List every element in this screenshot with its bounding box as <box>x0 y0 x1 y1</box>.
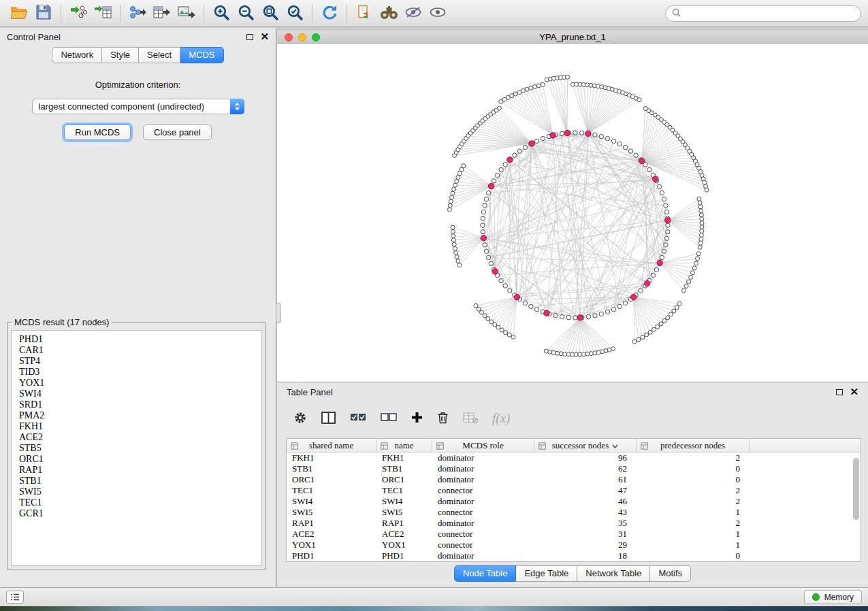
save-session-button[interactable] <box>31 3 56 24</box>
tab-network-table[interactable]: Network Table <box>577 565 650 582</box>
select-all-columns-button[interactable] <box>350 413 366 424</box>
node-table-row[interactable]: PHD1PHD1dominator180 <box>287 550 861 561</box>
node-table-row[interactable]: ACE2ACE2connector311 <box>287 529 861 540</box>
table-settings-button[interactable] <box>293 411 307 427</box>
function-builder-button[interactable]: f(x) <box>492 411 510 426</box>
zoom-selected-button[interactable] <box>283 3 307 24</box>
cell-mcds-role: dominator <box>432 474 534 485</box>
find-button[interactable] <box>376 3 401 24</box>
zoom-out-button[interactable] <box>234 3 258 24</box>
cell-successor-nodes: 31 <box>534 529 637 540</box>
tab-motifs[interactable]: Motifs <box>650 565 691 582</box>
column-header-name[interactable]: name <box>376 439 432 452</box>
unselect-all-columns-button[interactable] <box>381 413 397 424</box>
network-graph[interactable] <box>277 44 868 382</box>
node-table-row[interactable]: RAP1RAP1dominator352 <box>287 518 861 529</box>
tab-edge-table[interactable]: Edge Table <box>516 565 577 582</box>
search-field[interactable] <box>665 5 861 22</box>
cell-predecessor-nodes: 0 <box>637 550 750 561</box>
close-window-button[interactable] <box>285 33 293 42</box>
zoom-in-button[interactable] <box>209 3 234 24</box>
create-column-button[interactable] <box>411 412 423 425</box>
search-icon <box>672 7 681 20</box>
mcds-result-item[interactable]: SWI4 <box>19 389 261 399</box>
cell-shared-name: YOX1 <box>287 540 376 550</box>
cell-name: PHD1 <box>376 550 432 561</box>
import-table-button[interactable] <box>91 3 115 24</box>
graphics-detail-button[interactable] <box>401 3 425 24</box>
toolbar-separator <box>312 5 312 22</box>
node-table-row[interactable]: STB1STB1dominator620 <box>287 463 861 474</box>
export-table-button[interactable] <box>150 3 174 24</box>
cell-name: TEC1 <box>376 485 432 496</box>
node-table-row[interactable]: TEC1TEC1connector472 <box>287 485 861 496</box>
pane-divider-grip[interactable] <box>276 303 281 323</box>
minimize-window-button[interactable] <box>298 33 306 42</box>
cell-successor-nodes: 96 <box>534 452 637 463</box>
open-session-button[interactable] <box>7 3 31 24</box>
mcds-result-item[interactable]: CAR1 <box>19 345 261 356</box>
mcds-result-item[interactable]: ACE2 <box>19 432 261 443</box>
mcds-result-item[interactable]: PMA2 <box>19 410 261 421</box>
maximize-window-button[interactable] <box>312 33 320 42</box>
column-header-mcds-role[interactable]: MCDS role <box>432 439 534 452</box>
delete-column-button[interactable] <box>437 411 449 426</box>
mcds-result-item[interactable]: TID3 <box>19 367 261 378</box>
application-window: Control Panel ✕ Network Style Select MCD… <box>0 0 868 611</box>
mcds-result-item[interactable]: SWI5 <box>19 486 261 497</box>
cell-name: STB1 <box>376 463 432 474</box>
export-image-button[interactable] <box>174 3 199 24</box>
show-hide-button[interactable] <box>425 3 450 24</box>
delete-table-button-disabled[interactable] <box>463 412 478 425</box>
close-table-panel-icon[interactable]: ✕ <box>850 389 858 395</box>
column-header-predecessor-nodes[interactable]: predecessor nodes <box>637 439 750 452</box>
import-network-button[interactable] <box>66 3 91 24</box>
mcds-result-item[interactable]: RAP1 <box>19 465 261 476</box>
export-network-button[interactable] <box>125 3 150 24</box>
mcds-result-item[interactable]: PHD1 <box>19 334 261 345</box>
refresh-button[interactable] <box>317 3 342 24</box>
tab-mcds[interactable]: MCDS <box>180 47 223 63</box>
memory-button[interactable]: Memory <box>804 590 862 604</box>
cell-shared-name: SWI4 <box>287 496 376 507</box>
zoom-fit-button[interactable] <box>258 3 283 24</box>
mcds-result-item[interactable]: SRD1 <box>19 399 261 410</box>
table-scrollbar[interactable] <box>853 455 859 559</box>
tab-style[interactable]: Style <box>102 47 139 63</box>
close-panel-button[interactable]: Close panel <box>143 125 212 140</box>
mcds-result-item[interactable]: FKH1 <box>19 421 261 432</box>
node-table-row[interactable]: SWI5SWI5connector431 <box>287 507 861 518</box>
mcds-result-item[interactable]: GCR1 <box>19 508 261 519</box>
node-table-row[interactable]: SWI4SWI4dominator462 <box>287 496 861 507</box>
cell-predecessor-nodes: 2 <box>637 496 750 507</box>
mcds-result-item[interactable]: TEC1 <box>19 497 261 508</box>
cell-shared-name: RAP1 <box>287 518 376 529</box>
close-panel-icon[interactable]: ✕ <box>260 33 269 40</box>
show-column-panel-button[interactable] <box>321 412 336 426</box>
clone-network-button[interactable] <box>352 3 376 24</box>
column-header-successor-nodes[interactable]: successor nodes <box>534 439 637 452</box>
mcds-result-title: MCDS result (17 nodes) <box>12 317 112 327</box>
criterion-dropdown[interactable]: largest connected component (undirected) <box>32 99 244 114</box>
column-header-shared-name[interactable]: shared name <box>287 439 376 452</box>
float-panel-icon[interactable] <box>246 34 253 40</box>
mcds-result-item[interactable]: STB1 <box>19 476 261 486</box>
column-label: name <box>394 440 413 451</box>
network-canvas[interactable] <box>277 44 868 382</box>
mcds-result-item[interactable]: ORC1 <box>19 454 261 465</box>
run-mcds-button[interactable]: Run MCDS <box>64 125 131 140</box>
node-table-row[interactable]: ORC1ORC1dominator610 <box>287 474 861 485</box>
toolbar-separator <box>204 5 204 22</box>
mcds-result-item[interactable]: STP4 <box>19 356 261 367</box>
mcds-result-item[interactable]: STB5 <box>19 443 261 454</box>
node-table-row[interactable]: FKH1FKH1dominator962 <box>287 452 861 463</box>
node-table-row[interactable]: YOX1YOX1connector291 <box>287 540 861 550</box>
float-table-panel-icon[interactable] <box>836 389 843 395</box>
search-input[interactable] <box>685 9 854 18</box>
mcds-result-item[interactable]: YOX1 <box>19 378 261 389</box>
tab-network[interactable]: Network <box>52 47 102 63</box>
tab-select[interactable]: Select <box>139 47 180 63</box>
scrollbar-thumb[interactable] <box>853 458 859 520</box>
show-panels-button[interactable] <box>6 591 24 604</box>
tab-node-table[interactable]: Node Table <box>454 565 517 582</box>
